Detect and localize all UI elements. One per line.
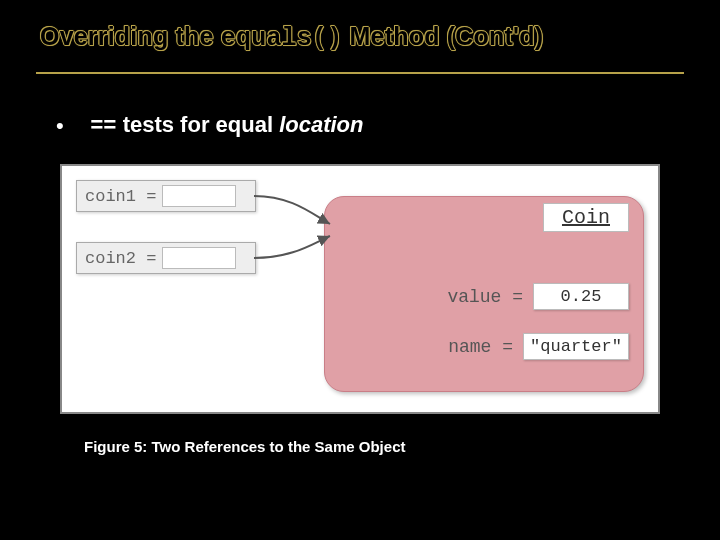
title-code: equals() [221, 24, 343, 53]
figure-caption: Figure 5: Two References to the Same Obj… [84, 438, 405, 455]
variable-box-coin1: coin1 = [76, 180, 256, 212]
field-value-label: value = [447, 287, 523, 307]
title-post: Method (Cont'd) [342, 22, 543, 50]
coin2-label: coin2 = [85, 249, 156, 268]
coin1-label: coin1 = [85, 187, 156, 206]
bullet-dot: • [56, 113, 84, 139]
field-name-box: "quarter" [523, 333, 629, 360]
variable-box-coin2: coin2 = [76, 242, 256, 274]
bullet-code: == [90, 114, 116, 139]
coin2-reference-slot [162, 247, 236, 269]
field-row-value: value = 0.25 [447, 283, 629, 310]
field-name-label: name = [448, 337, 513, 357]
title-pre: Overriding the [40, 22, 221, 50]
slide-title: Overriding the equals() Method (Cont'd) [40, 22, 680, 53]
coin-class-label: Coin [543, 203, 629, 232]
title-divider [36, 72, 684, 74]
field-row-name: name = "quarter" [448, 333, 629, 360]
coin-object-card: Coin value = 0.25 name = "quarter" [324, 196, 644, 392]
bullet-item: • == tests for equal location [56, 112, 363, 139]
bullet-italic: location [279, 112, 363, 137]
figure-frame: coin1 = coin2 = Coin value = 0.25 name =… [60, 164, 660, 414]
bullet-text: tests for equal [117, 112, 280, 137]
field-value-box: 0.25 [533, 283, 629, 310]
coin1-reference-slot [162, 185, 236, 207]
